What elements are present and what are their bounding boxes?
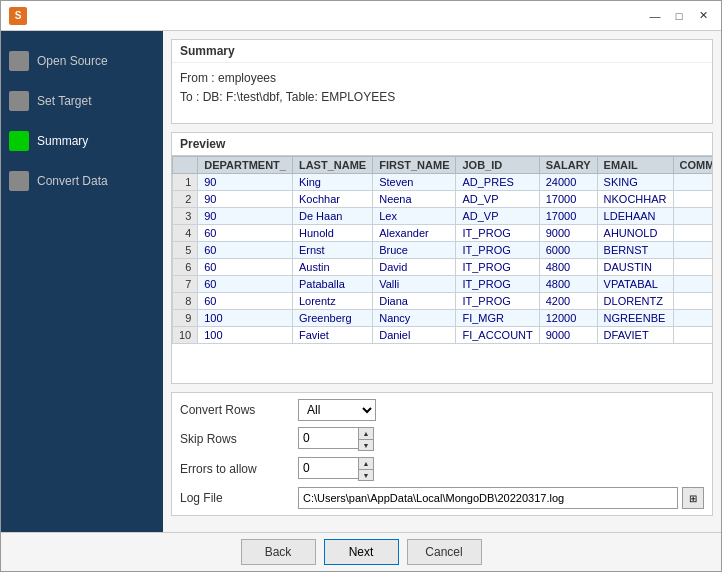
col-first-name: FIRST_NAME — [373, 157, 456, 174]
row-cell: Bruce — [373, 242, 456, 259]
row-cell — [673, 208, 712, 225]
row-cell: 24000 — [539, 174, 597, 191]
row-num: 7 — [173, 276, 198, 293]
errors-up[interactable]: ▲ — [359, 458, 373, 469]
summary-section: Summary From : employees To : DB: F:\tes… — [171, 39, 713, 124]
row-num: 6 — [173, 259, 198, 276]
row-cell: David — [373, 259, 456, 276]
skip-rows-row: Skip Rows ▲ ▼ — [180, 427, 704, 451]
row-cell: 100 — [198, 327, 293, 344]
row-cell — [673, 174, 712, 191]
errors-input: ▲ ▼ — [298, 457, 374, 481]
col-job-id: JOB_ID — [456, 157, 539, 174]
minimize-button[interactable]: — — [645, 7, 665, 25]
row-cell: NGREENBE — [597, 310, 673, 327]
skip-rows-field[interactable] — [298, 427, 358, 449]
row-cell: 4200 — [539, 293, 597, 310]
maximize-button[interactable]: □ — [669, 7, 689, 25]
sidebar-item-set-target[interactable]: Set Target — [1, 81, 163, 121]
sidebar-item-set-target-label: Set Target — [37, 94, 91, 108]
row-cell — [673, 242, 712, 259]
row-cell: AD_VP — [456, 191, 539, 208]
row-cell: Daniel — [373, 327, 456, 344]
row-cell: 90 — [198, 174, 293, 191]
log-file-browse-button[interactable]: ⊞ — [682, 487, 704, 509]
row-cell: IT_PROG — [456, 242, 539, 259]
row-cell: FI_ACCOUNT — [456, 327, 539, 344]
row-cell: 60 — [198, 293, 293, 310]
convert-rows-label: Convert Rows — [180, 403, 290, 417]
table-row: 560ErnstBruceIT_PROG6000BERNST — [173, 242, 713, 259]
main-panel: Summary From : employees To : DB: F:\tes… — [163, 31, 721, 532]
summary-icon — [9, 131, 29, 151]
preview-table: DEPARTMENT_ LAST_NAME FIRST_NAME JOB_ID … — [172, 156, 712, 344]
cancel-button[interactable]: Cancel — [407, 539, 482, 565]
sidebar: Open Source Set Target Summary Convert D… — [1, 31, 163, 532]
col-department: DEPARTMENT_ — [198, 157, 293, 174]
row-cell: Austin — [292, 259, 372, 276]
errors-spinners: ▲ ▼ — [358, 457, 374, 481]
row-cell: 60 — [198, 242, 293, 259]
row-cell — [673, 259, 712, 276]
row-cell: AHUNOLD — [597, 225, 673, 242]
errors-down[interactable]: ▼ — [359, 469, 373, 480]
row-cell: 12000 — [539, 310, 597, 327]
table-row: 190KingStevenAD_PRES24000SKING — [173, 174, 713, 191]
summary-to: To : DB: F:\test\dbf, Table: EMPLOYEES — [180, 88, 704, 107]
row-cell: Faviet — [292, 327, 372, 344]
row-num: 8 — [173, 293, 198, 310]
row-cell: 9000 — [539, 225, 597, 242]
row-num: 2 — [173, 191, 198, 208]
table-row: 860LorentzDianaIT_PROG4200DLORENTZ — [173, 293, 713, 310]
row-cell: Pataballa — [292, 276, 372, 293]
row-num: 10 — [173, 327, 198, 344]
table-row: 290KochharNeenaAD_VP17000NKOCHHAR — [173, 191, 713, 208]
row-cell: 9000 — [539, 327, 597, 344]
col-last-name: LAST_NAME — [292, 157, 372, 174]
titlebar: S — □ ✕ — [1, 1, 721, 31]
skip-rows-spinners: ▲ ▼ — [358, 427, 374, 451]
log-file-row: Log File ⊞ — [180, 487, 704, 509]
row-cell: LDEHAAN — [597, 208, 673, 225]
row-cell: 17000 — [539, 191, 597, 208]
summary-title: Summary — [172, 40, 712, 63]
sidebar-item-summary[interactable]: Summary — [1, 121, 163, 161]
row-cell: Valli — [373, 276, 456, 293]
row-cell: 4800 — [539, 259, 597, 276]
row-num: 5 — [173, 242, 198, 259]
row-cell: NKOCHHAR — [597, 191, 673, 208]
row-cell: BERNST — [597, 242, 673, 259]
skip-rows-up[interactable]: ▲ — [359, 428, 373, 439]
row-cell: Hunold — [292, 225, 372, 242]
preview-section: Preview DEPARTMENT_ LAST_NAME FIRST_NAME… — [171, 132, 713, 384]
table-row: 460HunoldAlexanderIT_PROG9000AHUNOLD — [173, 225, 713, 242]
row-cell — [673, 225, 712, 242]
row-cell — [673, 191, 712, 208]
row-cell: Steven — [373, 174, 456, 191]
sidebar-item-open-source-label: Open Source — [37, 54, 108, 68]
close-button[interactable]: ✕ — [693, 7, 713, 25]
row-num: 1 — [173, 174, 198, 191]
sidebar-item-convert-data[interactable]: Convert Data — [1, 161, 163, 201]
summary-from: From : employees — [180, 69, 704, 88]
next-button[interactable]: Next — [324, 539, 399, 565]
convert-rows-select[interactable]: All Custom — [298, 399, 376, 421]
row-cell: Neena — [373, 191, 456, 208]
skip-rows-down[interactable]: ▼ — [359, 439, 373, 450]
log-file-field[interactable] — [298, 487, 678, 509]
row-cell: 60 — [198, 276, 293, 293]
footer: Back Next Cancel — [1, 532, 721, 571]
set-target-icon — [9, 91, 29, 111]
col-commiss: COMMISS — [673, 157, 712, 174]
row-num: 9 — [173, 310, 198, 327]
errors-label: Errors to allow — [180, 462, 290, 476]
preview-table-container[interactable]: DEPARTMENT_ LAST_NAME FIRST_NAME JOB_ID … — [172, 156, 712, 383]
row-cell — [673, 310, 712, 327]
sidebar-item-open-source[interactable]: Open Source — [1, 41, 163, 81]
row-cell: Ernst — [292, 242, 372, 259]
errors-field[interactable] — [298, 457, 358, 479]
back-button[interactable]: Back — [241, 539, 316, 565]
browse-icon: ⊞ — [689, 493, 697, 504]
row-cell: IT_PROG — [456, 225, 539, 242]
convert-rows-row: Convert Rows All Custom — [180, 399, 704, 421]
